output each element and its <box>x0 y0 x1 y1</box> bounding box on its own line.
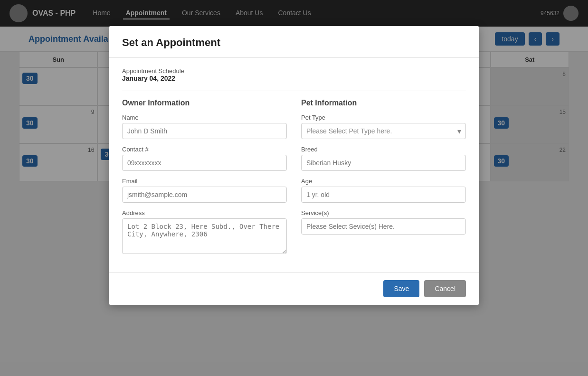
contact-label: Contact # <box>122 146 287 153</box>
pet-type-select[interactable]: Please Select Pet Type here. <box>301 123 466 139</box>
owner-section: Owner Information Name Contact # Email A… <box>122 99 287 263</box>
save-button[interactable]: Save <box>383 280 419 297</box>
modal-header: Set an Appointment <box>109 26 479 58</box>
address-label: Address <box>122 209 287 216</box>
pet-type-select-wrapper: Please Select Pet Type here. <box>301 123 466 139</box>
form-columns: Owner Information Name Contact # Email A… <box>122 99 466 263</box>
email-group: Email <box>122 178 287 203</box>
pet-type-group: Pet Type Please Select Pet Type here. <box>301 114 466 139</box>
address-group: Address <box>122 209 287 256</box>
services-label: Service(s) <box>301 209 466 216</box>
pet-type-label: Pet Type <box>301 114 466 121</box>
modal-body: Appointment Schedule January 04, 2022 Ow… <box>109 58 479 272</box>
schedule-label: Appointment Schedule <box>122 67 466 75</box>
name-input[interactable] <box>122 123 287 139</box>
modal-footer: Save Cancel <box>109 272 479 305</box>
age-input[interactable] <box>301 187 466 203</box>
services-group: Service(s) <box>301 209 466 235</box>
email-label: Email <box>122 178 287 185</box>
email-input[interactable] <box>122 187 287 203</box>
name-label: Name <box>122 114 287 121</box>
address-input[interactable] <box>122 218 287 254</box>
age-label: Age <box>301 178 466 185</box>
appointment-modal: Set an Appointment Appointment Schedule … <box>109 26 479 305</box>
contact-group: Contact # <box>122 146 287 171</box>
pet-section-title: Pet Information <box>301 99 466 107</box>
cancel-button[interactable]: Cancel <box>424 280 466 297</box>
appointment-schedule: Appointment Schedule January 04, 2022 <box>122 67 466 82</box>
breed-input[interactable] <box>301 155 466 171</box>
divider <box>122 91 466 91</box>
pet-section: Pet Information Pet Type Please Select P… <box>301 99 466 263</box>
schedule-date: January 04, 2022 <box>122 75 466 82</box>
contact-input[interactable] <box>122 155 287 171</box>
age-group: Age <box>301 178 466 203</box>
breed-group: Breed <box>301 146 466 171</box>
breed-label: Breed <box>301 146 466 153</box>
owner-section-title: Owner Information <box>122 99 287 107</box>
services-input[interactable] <box>301 218 466 235</box>
name-group: Name <box>122 114 287 139</box>
modal-title: Set an Appointment <box>122 37 466 49</box>
